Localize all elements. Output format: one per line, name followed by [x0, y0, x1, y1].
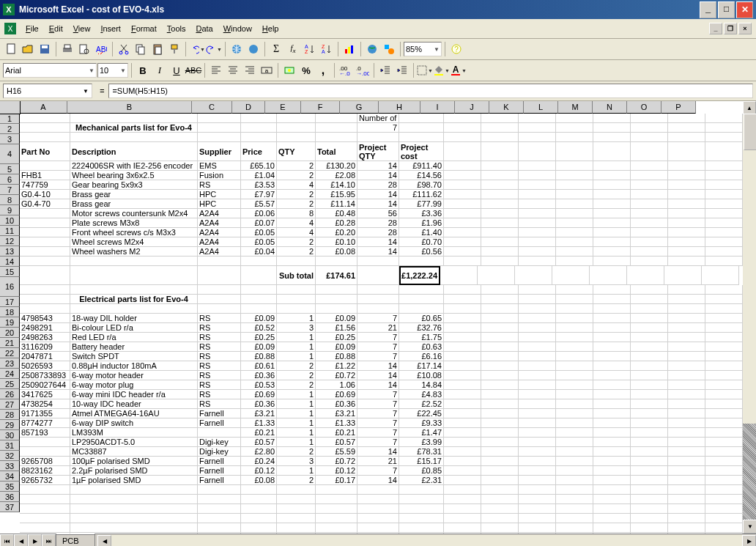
cell-M26[interactable] [593, 371, 631, 380]
cell-C9[interactable]: HPC [198, 199, 241, 209]
cell-P10[interactable] [705, 209, 743, 218]
close-button[interactable]: ✕ [736, 1, 753, 18]
cell-L26[interactable] [556, 371, 593, 380]
cell-F9[interactable]: £11.14 [316, 199, 357, 209]
row-header-2[interactable]: 2 [0, 124, 20, 134]
cell-L15[interactable] [556, 257, 593, 266]
cell-J6[interactable] [481, 171, 519, 180]
cell-K15[interactable] [519, 257, 556, 266]
cell-D3[interactable] [241, 133, 277, 142]
cell-J9[interactable] [481, 199, 519, 209]
cell-L16[interactable] [552, 266, 590, 285]
cell-A3[interactable] [20, 133, 70, 142]
sort-asc-button[interactable]: AZ [302, 41, 318, 57]
cell-N24[interactable] [631, 352, 668, 361]
cell-F24[interactable]: £0.88 [316, 352, 357, 361]
cell-G3[interactable] [357, 133, 399, 142]
cell-E13[interactable]: 2 [277, 237, 316, 247]
cell-M33[interactable] [593, 438, 631, 447]
cell-A37[interactable]: 9265732 [20, 476, 70, 485]
cell-M28[interactable] [593, 390, 631, 399]
mdi-close-button[interactable]: × [738, 23, 752, 34]
cell-G28[interactable]: 7 [357, 390, 399, 399]
cell-I10[interactable] [444, 209, 481, 218]
cell-O15[interactable] [668, 257, 705, 266]
cell-H19[interactable] [399, 304, 444, 314]
cell-H16[interactable]: £1,222.24 [399, 266, 440, 285]
cell-D23[interactable]: £0.09 [241, 342, 277, 352]
cell-H5[interactable]: £911.40 [399, 161, 444, 171]
cell-A22[interactable]: 2498263 [20, 333, 70, 342]
cell-I7[interactable] [444, 180, 481, 190]
cell-N23[interactable] [631, 342, 668, 352]
cell-P15[interactable] [705, 257, 743, 266]
cell-J23[interactable] [481, 342, 519, 352]
cell-A24[interactable]: 2047871 [20, 352, 70, 361]
cell-F16[interactable]: £174.61 [316, 266, 357, 285]
menu-view[interactable]: View [68, 23, 96, 34]
cell-D25[interactable]: £0.61 [241, 361, 277, 371]
cell-N22[interactable] [631, 333, 668, 342]
cell-G18[interactable] [357, 295, 399, 304]
tab-nav-next[interactable]: ▶ [28, 534, 42, 546]
cell-M6[interactable] [593, 171, 631, 180]
cell-J4[interactable] [481, 142, 519, 161]
cell-P35[interactable] [705, 457, 743, 466]
cell-D20[interactable]: £0.09 [241, 314, 277, 323]
function-button[interactable]: fx [285, 41, 301, 57]
cell-H33[interactable]: £3.99 [399, 438, 444, 447]
cell-O23[interactable] [668, 342, 705, 352]
cell-G16[interactable] [357, 266, 399, 285]
row-header-29[interactable]: 29 [0, 420, 20, 430]
cell-J22[interactable] [481, 333, 519, 342]
cell-L31[interactable] [556, 418, 593, 428]
cell-I35[interactable] [444, 457, 481, 466]
cell-H34[interactable]: £78.31 [399, 447, 444, 457]
cell-L18[interactable] [556, 295, 593, 304]
row-header-36[interactable]: 36 [0, 492, 20, 502]
cell-N7[interactable] [631, 180, 668, 190]
cell-H18[interactable] [399, 295, 444, 304]
hyperlink-button[interactable] [229, 41, 245, 57]
cell-K8[interactable] [519, 190, 556, 199]
cell-O8[interactable] [668, 190, 705, 199]
cell-B19[interactable] [70, 304, 198, 314]
menu-help[interactable]: Help [257, 23, 284, 34]
cell-K27[interactable] [519, 380, 556, 390]
cell-D28[interactable]: £0.69 [241, 390, 277, 399]
cell-B7[interactable]: Gear bearing 5x9x3 [70, 180, 198, 190]
cell-P33[interactable] [705, 438, 743, 447]
font-color-button[interactable]: A▼ [451, 62, 467, 78]
cell-C20[interactable]: RS [198, 314, 241, 323]
cell-M16[interactable] [590, 266, 627, 285]
cell-A20[interactable]: 4798543 [20, 314, 70, 323]
cell-J18[interactable] [481, 295, 519, 304]
cell-C25[interactable]: RS [198, 361, 241, 371]
cell-P2[interactable] [705, 123, 743, 133]
cell-C24[interactable]: RS [198, 352, 241, 361]
cell-B14[interactable]: Wheel washers M2 [70, 247, 198, 257]
cell-A34[interactable] [20, 447, 70, 457]
cell-E16[interactable]: Sub total [277, 266, 316, 285]
cell-O28[interactable] [668, 390, 705, 399]
cell-O29[interactable] [668, 399, 705, 409]
print-preview-button[interactable] [76, 41, 92, 57]
cell-A8[interactable]: G0.4-10 [20, 190, 70, 199]
cell-G33[interactable]: 7 [357, 438, 399, 447]
cell-A19[interactable] [20, 304, 70, 314]
menu-window[interactable]: Window [218, 23, 257, 34]
cell-M8[interactable] [593, 190, 631, 199]
cell-M29[interactable] [593, 399, 631, 409]
cell-O2[interactable] [668, 123, 705, 133]
cell-N17[interactable] [631, 285, 668, 295]
cell-D11[interactable]: £0.07 [241, 218, 277, 228]
cell-F3[interactable] [316, 133, 357, 142]
cell-K19[interactable] [519, 304, 556, 314]
row-header-23[interactable]: 23 [0, 358, 20, 369]
cell-H29[interactable]: £2.52 [399, 399, 444, 409]
cell-N32[interactable] [631, 428, 668, 438]
cell-P13[interactable] [705, 237, 743, 247]
cell-L1[interactable] [556, 114, 593, 123]
cell-B9[interactable]: Brass gear [70, 199, 198, 209]
cell-B29[interactable]: 10-way IDC header [70, 399, 198, 409]
